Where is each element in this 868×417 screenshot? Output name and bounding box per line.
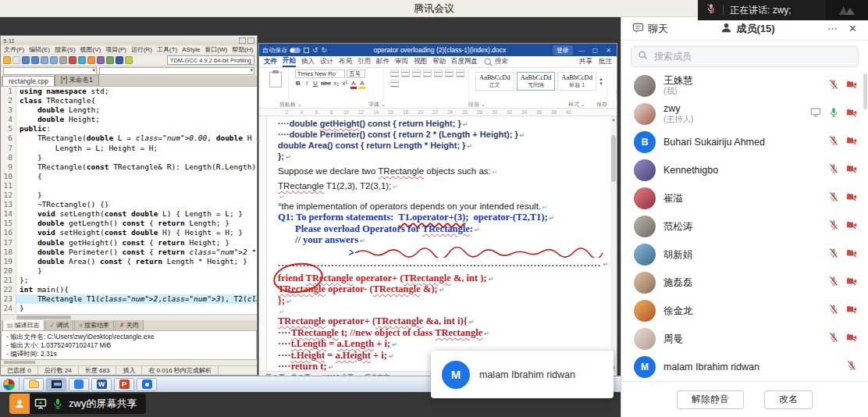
code-line[interactable]: 10 { [1, 172, 257, 181]
devcpp-icon[interactable] [46, 378, 66, 391]
font-size-select[interactable]: 五号 [347, 70, 365, 78]
start-orb-icon[interactable] [3, 379, 15, 390]
code-line[interactable]: 21}; [1, 276, 257, 285]
powerpoint-icon[interactable]: P [114, 378, 134, 391]
code-line[interactable]: 6 TRectangle(double L = class="num">0.00… [1, 134, 257, 143]
code-line[interactable]: 15 double getLength() const { return Len… [1, 219, 257, 228]
ide-toolbar-icon[interactable] [22, 56, 30, 64]
menu-item[interactable]: 项目(P) [105, 45, 126, 54]
menu-item[interactable]: 搜索(S) [55, 45, 76, 54]
more-options-button[interactable]: ⋯ [824, 23, 841, 34]
member-row[interactable]: 崔溢 [621, 184, 868, 212]
log-scrollbar[interactable] [1, 360, 257, 365]
menu-item[interactable]: 帮助(H) [232, 45, 253, 54]
meeting-icon[interactable] [137, 378, 157, 391]
comments-button[interactable]: 批注 [599, 57, 612, 66]
mic-muted-icon[interactable] [828, 135, 839, 149]
mic-muted-icon[interactable] [828, 304, 839, 318]
screen-share-icon[interactable] [810, 107, 821, 121]
mic-muted-icon[interactable] [828, 191, 839, 205]
camera-off-icon[interactable] [846, 163, 857, 177]
style-chip[interactable]: AaBbCcDd标题 1 [557, 72, 596, 91]
rename-button[interactable]: 改名 [764, 390, 813, 409]
ide-toolbar-icon[interactable] [69, 56, 76, 64]
camera-off-icon[interactable] [846, 79, 857, 93]
style-chip[interactable]: AaBbCcDd正文 [475, 72, 514, 91]
code-line[interactable]: 5public: [1, 124, 257, 134]
unmute-button[interactable]: 解除静音 [677, 390, 744, 409]
paragraph-button[interactable] [390, 80, 399, 87]
log-tab[interactable]: ▤编译日志 [2, 319, 44, 330]
ribbon-search[interactable]: 搜索 [483, 57, 508, 67]
camera-off-icon[interactable] [846, 304, 857, 318]
code-line[interactable]: 19 double Area() const { return Length *… [1, 257, 257, 266]
ribbon-tab[interactable]: 百度网盘 [451, 57, 478, 66]
paragraph-button[interactable] [445, 70, 454, 77]
editor-tab[interactable]: rectangle.cpp [2, 76, 55, 86]
mic-muted-icon[interactable] [828, 248, 839, 262]
ide-toolbar-icon[interactable] [41, 56, 48, 64]
code-line[interactable]: 8 } [1, 153, 257, 162]
camera-off-icon[interactable] [846, 135, 857, 149]
ribbon-tab[interactable]: 开始 [283, 56, 296, 67]
word-icon[interactable]: W [91, 378, 112, 391]
ribbon-tab[interactable]: 邮件 [376, 57, 390, 66]
member-row[interactable]: 胡新娟 [621, 241, 868, 269]
camera-off-icon[interactable] [846, 107, 857, 121]
code-line[interactable]: 4 double Height; [1, 115, 257, 124]
maximize-icon[interactable] [247, 37, 254, 44]
tab-chat[interactable]: 聊天 [629, 22, 671, 36]
ide-toolbar-icon[interactable] [116, 56, 123, 64]
code-line[interactable]: 18 double Perimeter() const { return cla… [1, 248, 257, 257]
ide-toolbar-icon[interactable] [78, 56, 86, 64]
member-row[interactable]: Kennethigbo [621, 156, 868, 184]
log-tab[interactable]: ✗关闭 [115, 319, 144, 330]
font-style-button[interactable]: I [304, 80, 310, 87]
member-row[interactable]: 范松涛 [621, 212, 868, 241]
redo-icon[interactable]: ↻ [322, 46, 328, 54]
camera-off-icon[interactable] [846, 276, 857, 290]
menu-item[interactable]: 编辑(E) [29, 45, 50, 54]
member-row[interactable]: BBuhari Sukairiju Ahmed [621, 128, 868, 156]
code-line[interactable]: 14 void setLength(const double L) { Leng… [1, 209, 257, 219]
ribbon-tab[interactable]: 视图 [414, 57, 427, 66]
font-name-select[interactable]: Times New Ro [295, 70, 345, 78]
code-line[interactable]: 24} [1, 304, 257, 313]
ide-toolbar-icon[interactable] [50, 56, 58, 64]
ribbon-tab[interactable]: 插入 [301, 57, 315, 66]
editor-tab[interactable]: [*] 未命名1 [55, 74, 99, 86]
ribbon-tab[interactable]: 布局 [339, 57, 352, 66]
code-line[interactable]: 13 ~TRectangle() {} [1, 200, 257, 209]
mic-muted-icon[interactable] [828, 219, 839, 233]
mic-muted-icon[interactable] [828, 79, 839, 93]
ide-toolbar-icon[interactable] [125, 56, 133, 64]
app-blue-icon[interactable] [69, 378, 89, 391]
mic-muted-icon[interactable] [828, 163, 839, 177]
code-line[interactable]: 9 TRectangle(const TRectangle& R): Lengt… [1, 162, 257, 172]
tab-file[interactable]: 文件 [264, 57, 277, 66]
paragraph-button[interactable] [412, 70, 421, 77]
ribbon-tab[interactable]: 引用 [358, 57, 371, 66]
camera-off-icon[interactable] [846, 219, 857, 233]
code-line[interactable]: 3 double Length; [1, 105, 257, 115]
code-line[interactable]: 12 } [1, 191, 257, 200]
member-row[interactable]: 施磊磊 [621, 269, 868, 297]
mic-muted-icon[interactable] [846, 360, 857, 374]
font-style-button[interactable]: B [295, 80, 301, 87]
ribbon-tab[interactable]: 审阅 [395, 57, 408, 66]
code-line[interactable]: 11 [1, 181, 257, 191]
maximize-icon[interactable]: ▢ [590, 47, 601, 54]
member-row[interactable]: 王姝慧(我) [621, 72, 868, 100]
ribbon-tab[interactable]: 帮助 [432, 57, 446, 66]
menu-item[interactable]: 工具(T) [157, 45, 177, 54]
code-line[interactable]: 22int main(){ [1, 285, 257, 294]
ribbon-tab[interactable]: 设计 [320, 57, 333, 66]
paragraph-button[interactable] [390, 70, 399, 77]
menu-item[interactable]: 视图(V) [80, 45, 101, 54]
autosave-toggle[interactable]: 自动保存 [262, 46, 301, 55]
style-gallery-arrows[interactable]: ▲▼ [599, 77, 603, 86]
code-line[interactable]: 20 } [1, 266, 257, 276]
menu-item[interactable]: 运行(R) [131, 45, 152, 54]
ide-toolbar-icon[interactable] [87, 56, 95, 64]
ide-toolbar-icon[interactable] [59, 56, 67, 64]
